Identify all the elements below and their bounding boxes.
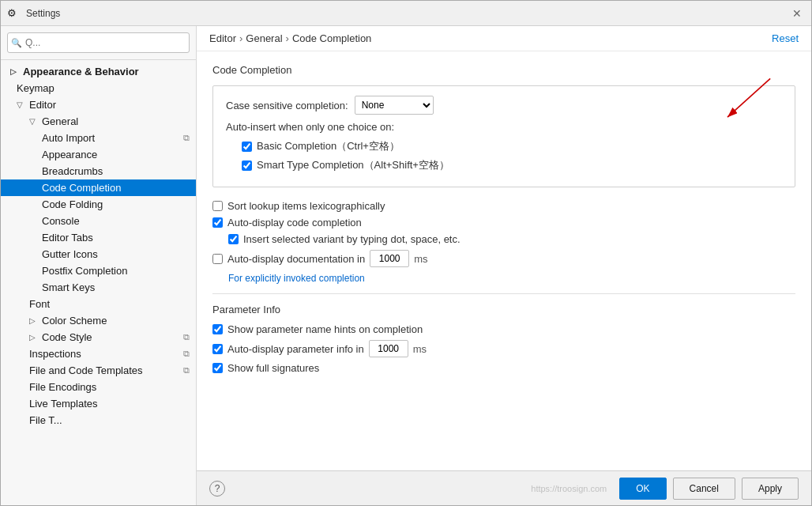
basic-completion-checkbox[interactable]: [242, 142, 252, 152]
sidebar-item-appearance[interactable]: Appearance: [1, 146, 196, 163]
reset-button[interactable]: Reset: [772, 32, 799, 44]
breadcrumb-sep-1: ›: [239, 32, 242, 44]
sidebar-item-inspections[interactable]: Inspections ⧉: [1, 346, 196, 362]
sidebar-item-file-t[interactable]: File T...: [1, 412, 196, 429]
settings-window: ⚙ Settings ✕ ▷ Appearance & Behavior Key…: [0, 0, 812, 506]
main-content: ▷ Appearance & Behavior Keymap ▽ Editor …: [1, 26, 811, 505]
sidebar-label: Auto Import: [42, 132, 95, 144]
auto-display-doc-row: Auto-display documentation in 1000 ms: [212, 250, 795, 267]
sidebar-item-postfix-completion[interactable]: Postfix Completion: [1, 262, 196, 279]
auto-insert-label: Auto-insert when only one choice on:: [226, 121, 394, 133]
sidebar-label: File and Code Templates: [29, 364, 143, 376]
sidebar-tree: ▷ Appearance & Behavior Keymap ▽ Editor …: [1, 60, 196, 505]
settings-area: Code Completion Case sensitive compl: [197, 51, 811, 470]
sidebar-item-gutter-icons[interactable]: Gutter Icons: [1, 246, 196, 262]
auto-display-param-ms-input[interactable]: 1000: [369, 340, 408, 357]
sidebar-item-file-encodings[interactable]: File Encodings: [1, 379, 196, 395]
ok-button[interactable]: OK: [619, 478, 666, 500]
sidebar-label: Live Templates: [29, 398, 97, 410]
auto-display-param-label: Auto-display parameter info in: [227, 343, 364, 355]
help-button[interactable]: ?: [209, 481, 225, 497]
sidebar-item-editor-tabs[interactable]: Editor Tabs: [1, 229, 196, 246]
sidebar-item-general[interactable]: ▽ General: [1, 113, 196, 130]
sidebar-label: Color Scheme: [42, 315, 107, 327]
param-section-title: Parameter Info: [212, 304, 795, 315]
sidebar-item-live-templates[interactable]: Live Templates: [1, 395, 196, 412]
sidebar-item-auto-import[interactable]: Auto Import ⧉: [1, 130, 196, 146]
explicitly-label-row: For explicitly invoked completion: [212, 272, 795, 284]
sidebar-item-breadcrumbs[interactable]: Breadcrumbs: [1, 163, 196, 179]
sidebar-item-color-scheme[interactable]: ▷ Color Scheme: [1, 312, 196, 329]
cancel-button[interactable]: Cancel: [673, 478, 735, 500]
sidebar-label: Code Style: [42, 331, 92, 343]
insert-variant-row: Insert selected variant by typing dot, s…: [212, 233, 795, 245]
code-completion-group: Case sensitive completion: None All Firs…: [212, 85, 795, 187]
close-button[interactable]: ✕: [789, 6, 805, 21]
expand-icon: ▷: [29, 316, 39, 325]
bottom-right: https://troosign.com OK Cancel Apply: [531, 478, 799, 500]
show-full-sig-checkbox[interactable]: [212, 363, 223, 373]
show-param-hints-row: Show parameter name hints on completion: [212, 323, 795, 335]
auto-display-doc-label: Auto-display documentation in: [227, 253, 365, 265]
sidebar-label: Postfix Completion: [42, 265, 127, 277]
copy-icon: ⧉: [183, 365, 190, 376]
sidebar-item-font[interactable]: Font: [1, 296, 196, 312]
divider: [212, 293, 795, 294]
sidebar-label: Inspections: [29, 348, 81, 360]
sidebar-item-keymap[interactable]: Keymap: [1, 80, 196, 96]
sidebar-label: Code Folding: [42, 198, 103, 210]
copy-icon: ⧉: [183, 133, 190, 143]
insert-variant-label: Insert selected variant by typing dot, s…: [243, 233, 461, 245]
sidebar-item-appearance-behavior[interactable]: ▷ Appearance & Behavior: [1, 63, 196, 80]
show-param-hints-checkbox[interactable]: [212, 324, 223, 334]
show-param-hints-label: Show parameter name hints on completion: [227, 323, 423, 335]
auto-display-doc-ms-input[interactable]: 1000: [370, 250, 409, 267]
sidebar-item-console[interactable]: Console: [1, 213, 196, 229]
smart-type-row: Smart Type Completion（Alt+Shift+空格）: [226, 158, 782, 172]
sidebar-label: Appearance & Behavior: [23, 66, 139, 77]
auto-display-param-checkbox[interactable]: [212, 344, 223, 354]
right-panel: Editor › General › Code Completion Reset…: [197, 26, 811, 505]
copy-icon: ⧉: [183, 349, 190, 359]
apply-button[interactable]: Apply: [742, 478, 799, 500]
basic-completion-label: Basic Completion（Ctrl+空格）: [257, 139, 400, 153]
sidebar-item-code-completion[interactable]: Code Completion: [1, 179, 196, 196]
sidebar-item-file-and-code-templates[interactable]: File and Code Templates ⧉: [1, 362, 196, 379]
case-sensitive-label: Case sensitive completion:: [226, 100, 348, 111]
basic-completion-row: Basic Completion（Ctrl+空格）: [226, 139, 782, 153]
sort-lookup-row: Sort lookup items lexicographically: [212, 200, 795, 212]
sidebar-item-code-folding[interactable]: Code Folding: [1, 196, 196, 213]
auto-display-doc-checkbox[interactable]: [212, 254, 223, 264]
sidebar: ▷ Appearance & Behavior Keymap ▽ Editor …: [1, 26, 197, 505]
auto-display-row: Auto-display code completion: [212, 217, 795, 228]
auto-insert-row: Auto-insert when only one choice on:: [226, 121, 782, 133]
sidebar-item-code-style[interactable]: ▷ Code Style ⧉: [1, 329, 196, 346]
sort-lookup-label: Sort lookup items lexicographically: [227, 200, 385, 212]
smart-type-checkbox[interactable]: [242, 160, 252, 171]
titlebar: ⚙ Settings ✕: [1, 1, 811, 26]
param-info-section: Parameter Info Show parameter name hints…: [212, 304, 795, 374]
sidebar-label: General: [42, 115, 78, 127]
ms-label-doc: ms: [414, 253, 427, 265]
show-full-sig-row: Show full signatures: [212, 362, 795, 374]
sidebar-item-smart-keys[interactable]: Smart Keys: [1, 279, 196, 296]
show-full-sig-label: Show full signatures: [227, 362, 319, 374]
sidebar-label: Gutter Icons: [42, 248, 98, 260]
search-input[interactable]: [7, 32, 190, 53]
window-title: Settings: [26, 8, 783, 19]
section-title: Code Completion: [212, 64, 795, 76]
sidebar-label: Code Completion: [42, 182, 121, 194]
smart-type-label: Smart Type Completion（Alt+Shift+空格）: [257, 158, 449, 172]
auto-display-param-row: Auto-display parameter info in 1000 ms: [212, 340, 795, 357]
expand-icon: ▽: [29, 117, 39, 126]
sidebar-label: Smart Keys: [42, 281, 95, 293]
breadcrumb-part-general: General: [246, 32, 282, 44]
insert-variant-checkbox[interactable]: [228, 234, 239, 244]
sidebar-item-editor[interactable]: ▽ Editor: [1, 96, 196, 113]
case-sensitive-select[interactable]: None All First letter: [355, 96, 434, 115]
sidebar-label: Console: [42, 215, 80, 227]
sort-lookup-checkbox[interactable]: [212, 201, 223, 211]
auto-display-checkbox[interactable]: [212, 217, 223, 228]
sidebar-label: Editor: [29, 99, 56, 111]
search-wrap: [7, 32, 190, 53]
